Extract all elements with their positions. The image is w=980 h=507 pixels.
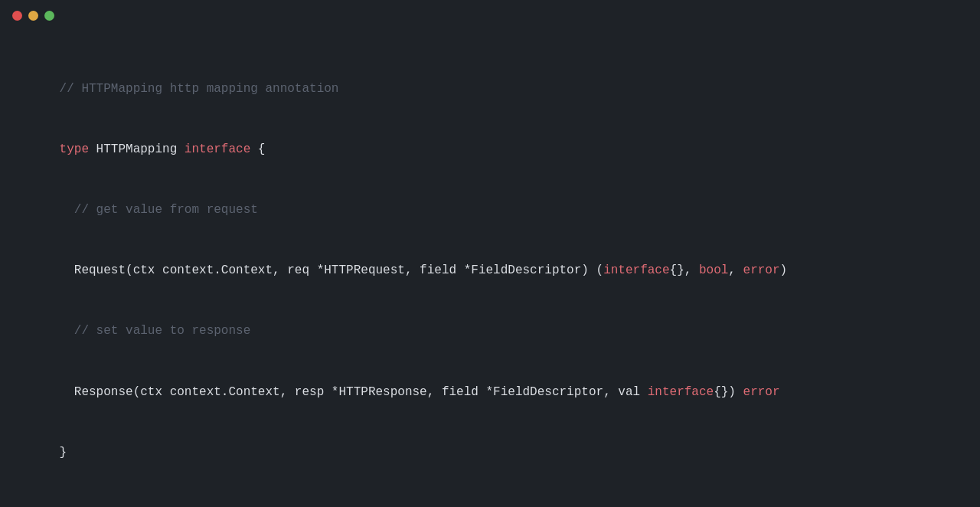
request-line: Request(ctx context.Context, req *HTTPRe… — [15, 240, 965, 301]
comment-http-mapping: // HTTPMapping http mapping annotation — [15, 58, 965, 119]
titlebar — [0, 0, 980, 31]
comment-set-value: // set value to response — [15, 301, 965, 361]
maximize-button[interactable] — [44, 11, 54, 21]
minimize-button[interactable] — [28, 11, 38, 21]
type-http-mapping-line: type HTTPMapping interface { — [15, 119, 965, 180]
response-line: Response(ctx context.Context, resp *HTTP… — [15, 361, 965, 422]
window: // HTTPMapping http mapping annotation t… — [0, 0, 980, 507]
comment-route: // Route the route annotation — [15, 483, 965, 507]
code-editor: // HTTPMapping http mapping annotation t… — [0, 31, 980, 507]
close-brace-1: } — [15, 422, 965, 482]
comment-get-value: // get value from request — [15, 180, 965, 240]
close-button[interactable] — [12, 11, 22, 21]
blank-line-1 — [15, 38, 965, 58]
